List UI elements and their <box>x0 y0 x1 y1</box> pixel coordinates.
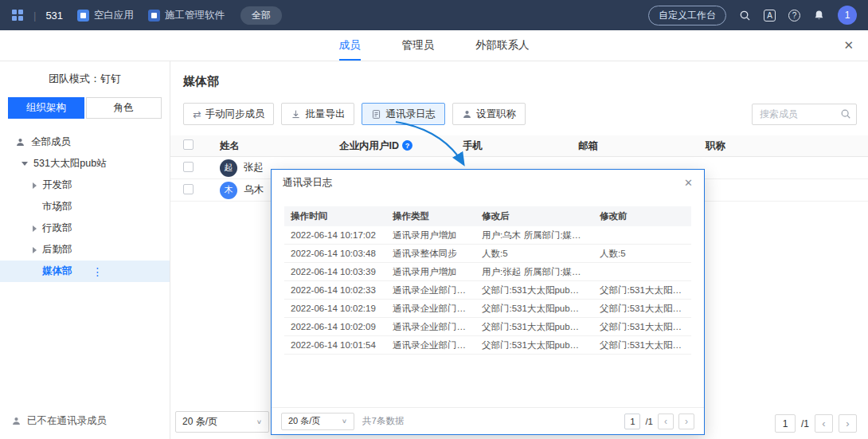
sidebar-item-root-org[interactable]: 531大太阳pub站 <box>0 153 170 174</box>
pagination: /1 ‹ › <box>775 414 857 433</box>
table-header-row: 姓名 企业内用户ID? 手机 邮箱 职称 <box>170 135 868 157</box>
col-email: 邮箱 <box>578 139 706 153</box>
tree-label: 开发部 <box>42 178 72 192</box>
sync-icon: ⇄ <box>193 108 201 120</box>
help-badge-icon[interactable]: ? <box>402 140 412 151</box>
log-row[interactable]: 2022-06-14 10:02:09通讯录企业部门修改父部门:531大太阳pu… <box>284 318 691 336</box>
col-phone: 手机 <box>463 139 578 153</box>
topbar-right: 自定义工作台 A ? 1 <box>648 6 857 25</box>
customize-workbench-button[interactable]: 自定义工作台 <box>648 6 726 25</box>
tree-label: 531大太阳pub站 <box>33 157 107 171</box>
manual-sync-label: 手动同步成员 <box>205 108 264 121</box>
org-tree: 全部成员 531大太阳pub站 开发部 市场部 行政部 后勤部 媒体部 ⋮ <box>0 131 170 282</box>
member-name: 乌木 <box>244 183 264 197</box>
all-apps-pill[interactable]: 全部 <box>240 6 282 25</box>
modal-title: 通讯录日志 <box>283 176 333 190</box>
prev-page-button[interactable]: ‹ <box>815 414 833 433</box>
team-mode-label: 团队模式：钉钉 <box>0 72 170 86</box>
caret-right-icon <box>33 182 37 189</box>
log-header-row: 操作时间 操作类型 修改后 修改前 <box>284 206 691 226</box>
modal-pagination: 1 /1 ‹ › <box>624 414 694 429</box>
translate-icon[interactable]: A <box>764 10 776 22</box>
page-number-input[interactable] <box>775 414 796 433</box>
total-records-label: 共7条数据 <box>362 415 404 427</box>
sidebar-item-media-dept[interactable]: 媒体部 ⋮ <box>0 261 170 282</box>
app-blank[interactable]: 空白应用 <box>77 9 134 22</box>
log-table: 操作时间 操作类型 修改后 修改前 2022-06-14 10:17:02通讯录… <box>284 206 691 355</box>
page-size-value: 20 条/页 <box>182 415 217 429</box>
caret-right-icon <box>33 247 37 253</box>
log-row[interactable]: 2022-06-14 10:03:39通讯录用户增加用户:张起 所属部门:媒体部… <box>284 263 691 281</box>
col-op-time: 操作时间 <box>284 210 386 222</box>
batch-export-button[interactable]: 批量导出 <box>281 103 354 125</box>
sidebar-item-market-dept[interactable]: 市场部 <box>0 196 170 218</box>
select-all-checkbox[interactable] <box>183 139 194 150</box>
app-construction-label: 施工管理软件 <box>165 9 225 22</box>
contact-log-button[interactable]: 通讯录日志 <box>362 103 445 125</box>
modal-header: 通讯录日志 ✕ <box>272 170 704 195</box>
modal-page-number[interactable]: 1 <box>624 414 640 429</box>
sidebar-item-all-members[interactable]: 全部成员 <box>0 131 170 153</box>
chevron-down-icon: ∨ <box>256 418 262 425</box>
members-icon <box>15 137 25 147</box>
topbar-divider: | <box>33 10 36 22</box>
toolbar: ⇄ 手动同步成员 批量导出 通讯录日志 设置职称 <box>170 89 868 125</box>
search-icon[interactable] <box>739 10 751 22</box>
log-row[interactable]: 2022-06-14 10:17:02通讯录用户增加用户:乌木 所属部门:媒体部 <box>284 226 691 245</box>
log-row[interactable]: 2022-06-14 10:02:33通讯录企业部门修改父部门:531大太阳pu… <box>284 281 691 300</box>
modal-page-size-select[interactable]: 20 条/页 ∨ <box>281 413 354 430</box>
member-name: 张起 <box>244 161 264 174</box>
modal-close-icon[interactable]: ✕ <box>684 177 693 189</box>
modal-footer: 20 条/页 ∨ 共7条数据 1 /1 ‹ › <box>272 407 704 434</box>
tree-label: 全部成员 <box>31 135 71 149</box>
construction-app-icon <box>148 10 160 22</box>
contact-log-modal: 通讯录日志 ✕ 操作时间 操作类型 修改后 修改前 2022-06-14 10:… <box>271 169 705 435</box>
notifications-bell-icon[interactable] <box>813 10 825 22</box>
sidebar-switch: 组织架构 角色 <box>0 97 170 119</box>
person-icon <box>462 109 472 120</box>
batch-export-label: 批量导出 <box>305 108 345 121</box>
modal-page-size-value: 20 条/页 <box>288 415 320 427</box>
user-avatar[interactable]: 1 <box>838 6 857 25</box>
sidebar-item-logistics-dept[interactable]: 后勤部 <box>0 239 170 261</box>
sidebar-item-removed-members[interactable]: 已不在通讯录成员 <box>11 414 107 428</box>
tab-external-contacts[interactable]: 外部联系人 <box>475 30 530 61</box>
next-page-button[interactable]: › <box>839 414 857 433</box>
col-name: 姓名 <box>220 139 339 153</box>
col-title: 职称 <box>706 139 868 153</box>
manual-sync-button[interactable]: ⇄ 手动同步成员 <box>183 103 274 125</box>
app-construction[interactable]: 施工管理软件 <box>148 9 225 22</box>
caret-down-icon <box>22 162 28 166</box>
removed-member-icon <box>11 416 22 426</box>
roles-button[interactable]: 角色 <box>86 97 162 119</box>
search-icon[interactable] <box>840 108 851 122</box>
tree-label: 行政部 <box>42 221 72 235</box>
tab-members[interactable]: 成员 <box>339 30 361 61</box>
tab-admins[interactable]: 管理员 <box>402 30 435 61</box>
set-job-title-label: 设置职称 <box>476 108 516 121</box>
tree-label: 后勤部 <box>42 243 72 257</box>
apps-grid-icon[interactable] <box>11 9 24 22</box>
sidebar-item-dev-dept[interactable]: 开发部 <box>0 174 170 196</box>
page-size-select[interactable]: 20 条/页 ∨ <box>175 411 269 433</box>
log-row[interactable]: 2022-06-14 10:03:48通讯录整体同步人数:5人数:5 <box>284 245 691 263</box>
org-structure-button[interactable]: 组织架构 <box>8 97 84 119</box>
modal-prev-page-button[interactable]: ‹ <box>658 414 674 429</box>
sidebar-item-admin-dept[interactable]: 行政部 <box>0 218 170 239</box>
tree-label: 市场部 <box>42 200 72 214</box>
set-job-title-button[interactable]: 设置职称 <box>452 103 526 125</box>
help-icon[interactable]: ? <box>788 10 800 22</box>
row-checkbox[interactable] <box>183 184 194 194</box>
modal-next-page-button[interactable]: › <box>678 414 694 429</box>
avatar: 起 <box>220 159 237 177</box>
app-blank-label: 空白应用 <box>94 9 134 22</box>
row-checkbox[interactable] <box>183 162 194 172</box>
close-icon[interactable]: ✕ <box>843 38 854 53</box>
member-search <box>752 104 857 125</box>
more-menu-icon[interactable]: ⋮ <box>92 265 104 278</box>
modal-total-pages-label: /1 <box>645 417 653 426</box>
org-id[interactable]: 531 <box>45 10 63 22</box>
log-row[interactable]: 2022-06-14 10:02:19通讯录企业部门修改父部门:531大太阳pu… <box>284 300 691 318</box>
log-row[interactable]: 2022-06-14 10:01:54通讯录企业部门修改父部门:531大太阳pu… <box>284 336 691 355</box>
avatar: 木 <box>220 182 237 199</box>
